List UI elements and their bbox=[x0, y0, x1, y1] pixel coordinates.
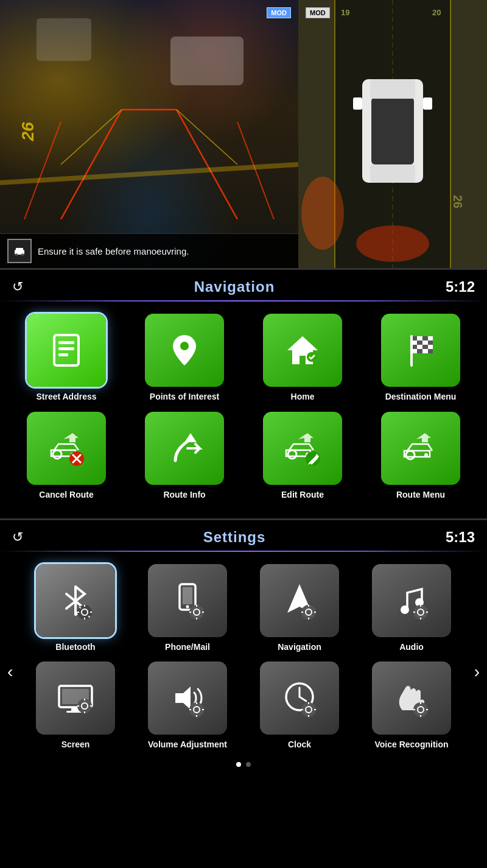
nav-item-points-of-interest[interactable]: Points of Interest bbox=[130, 314, 239, 402]
settings-prev-button[interactable]: ‹ bbox=[1, 656, 19, 688]
destination-menu-label: Destination Menu bbox=[385, 392, 457, 402]
svg-rect-45 bbox=[422, 340, 428, 345]
svg-point-78 bbox=[189, 605, 204, 619]
clock-icon-box bbox=[260, 662, 339, 735]
svg-rect-50 bbox=[428, 345, 433, 349]
dot-1[interactable] bbox=[236, 762, 241, 767]
settings-item-phone-mail[interactable]: Phone/Mail bbox=[136, 564, 239, 652]
route-info-icon bbox=[163, 427, 206, 470]
svg-point-35 bbox=[180, 342, 189, 350]
svg-rect-16 bbox=[450, 0, 487, 268]
route-info-label: Route Info bbox=[163, 490, 205, 500]
settings-next-button[interactable]: › bbox=[468, 656, 486, 688]
svg-line-4 bbox=[237, 122, 274, 219]
settings-item-navigation[interactable]: Navigation bbox=[248, 564, 351, 652]
svg-point-77 bbox=[186, 605, 189, 608]
mod-badge-left: MOD bbox=[267, 7, 291, 18]
bluetooth-icon bbox=[54, 579, 97, 622]
settings-item-screen[interactable]: Screen bbox=[24, 662, 127, 750]
cancel-route-icon-box bbox=[27, 412, 106, 485]
clock-icon bbox=[278, 677, 321, 719]
bluetooth-icon-box bbox=[36, 564, 115, 637]
settings-section: ↺ Settings 5:13 ‹ bbox=[0, 520, 487, 783]
camera-left-bg: 26 bbox=[0, 0, 298, 268]
svg-point-110 bbox=[189, 702, 204, 717]
settings-time: 5:13 bbox=[438, 529, 475, 546]
svg-rect-53 bbox=[422, 349, 428, 353]
nav-item-cancel-route[interactable]: Cancel Route bbox=[12, 412, 121, 500]
svg-text:26: 26 bbox=[451, 195, 464, 208]
svg-point-29 bbox=[301, 177, 344, 250]
svg-text:19: 19 bbox=[341, 8, 349, 17]
svg-rect-24 bbox=[370, 79, 415, 99]
camera-right-bg: 19 20 26 bbox=[298, 0, 487, 268]
settings-item-volume[interactable]: Volume Adjustment bbox=[136, 662, 239, 750]
svg-rect-76 bbox=[183, 587, 192, 604]
topdown-svg: 19 20 26 bbox=[298, 0, 487, 268]
mod-badge-right: MOD bbox=[306, 7, 330, 18]
settings-item-clock[interactable]: Clock bbox=[248, 662, 351, 750]
nav-item-edit-route[interactable]: Edit Route bbox=[248, 412, 357, 500]
svg-point-85 bbox=[301, 605, 316, 619]
route-menu-icon-box bbox=[381, 412, 460, 485]
audio-icon-box bbox=[372, 564, 451, 637]
cancel-route-icon bbox=[45, 427, 88, 470]
svg-text:20: 20 bbox=[432, 8, 441, 17]
svg-rect-7 bbox=[170, 37, 244, 85]
svg-rect-34 bbox=[58, 353, 68, 356]
svg-marker-61 bbox=[184, 433, 197, 442]
phone-mail-icon bbox=[166, 579, 209, 622]
nav-back-button[interactable]: ↺ bbox=[12, 279, 30, 295]
dot-2[interactable] bbox=[246, 762, 251, 767]
nav-item-destination-menu[interactable]: Destination Menu bbox=[366, 314, 475, 402]
settings-dots bbox=[0, 756, 487, 770]
camera-left: MOD 26 bbox=[0, 0, 298, 268]
points-of-interest-icon-box bbox=[145, 314, 224, 387]
navigation-settings-icon-box bbox=[260, 564, 339, 637]
destination-menu-icon bbox=[399, 329, 442, 372]
svg-rect-54 bbox=[428, 349, 433, 353]
screen-icon bbox=[54, 677, 97, 719]
svg-point-91 bbox=[401, 605, 409, 614]
svg-rect-52 bbox=[417, 349, 422, 353]
svg-line-9 bbox=[0, 164, 298, 183]
svg-rect-11 bbox=[16, 248, 23, 251]
nav-header: ↺ Navigation 5:12 bbox=[0, 270, 487, 302]
destination-menu-icon-box bbox=[381, 314, 460, 387]
nav-item-street-address[interactable]: Street Address bbox=[12, 314, 121, 402]
nav-item-route-menu[interactable]: Route Menu bbox=[366, 412, 475, 500]
settings-back-button[interactable]: ↺ bbox=[12, 529, 30, 545]
nav-item-route-info[interactable]: Route Info bbox=[130, 412, 239, 500]
svg-line-6 bbox=[177, 110, 237, 164]
camera-right: MOD 19 20 bbox=[298, 0, 487, 268]
settings-header: ↺ Settings 5:13 bbox=[0, 520, 487, 552]
svg-rect-42 bbox=[428, 336, 433, 340]
svg-line-118 bbox=[300, 697, 306, 701]
svg-point-13 bbox=[21, 253, 24, 256]
home-label: Home bbox=[291, 392, 315, 402]
svg-rect-26 bbox=[353, 97, 362, 110]
svg-point-93 bbox=[413, 605, 428, 619]
street-address-icon bbox=[45, 329, 88, 372]
svg-point-125 bbox=[413, 702, 428, 717]
settings-item-bluetooth[interactable]: Bluetooth bbox=[24, 564, 127, 652]
nav-menu-grid: Street Address Points of Interest Hom bbox=[0, 302, 487, 506]
settings-title: Settings bbox=[30, 529, 438, 546]
svg-rect-55 bbox=[410, 335, 413, 367]
safety-message: Ensure it is safe before manoeuvring. bbox=[38, 246, 189, 256]
voice-recognition-icon-box bbox=[372, 662, 451, 735]
phone-mail-label: Phone/Mail bbox=[165, 642, 210, 652]
volume-icon-box bbox=[148, 662, 227, 735]
bluetooth-label: Bluetooth bbox=[55, 642, 95, 652]
settings-item-voice-recognition[interactable]: Voice Recognition bbox=[360, 662, 463, 750]
volume-label: Volume Adjustment bbox=[148, 739, 227, 750]
svg-rect-44 bbox=[417, 340, 422, 345]
navigation-settings-icon bbox=[278, 579, 321, 622]
screen-label: Screen bbox=[61, 739, 90, 750]
nav-item-home[interactable]: Home bbox=[248, 314, 357, 402]
svg-rect-48 bbox=[417, 345, 422, 349]
nav-title: Navigation bbox=[30, 278, 438, 295]
car-svg bbox=[12, 244, 27, 258]
settings-item-audio[interactable]: Audio bbox=[360, 564, 463, 652]
camera-section: MOD 26 bbox=[0, 0, 487, 268]
